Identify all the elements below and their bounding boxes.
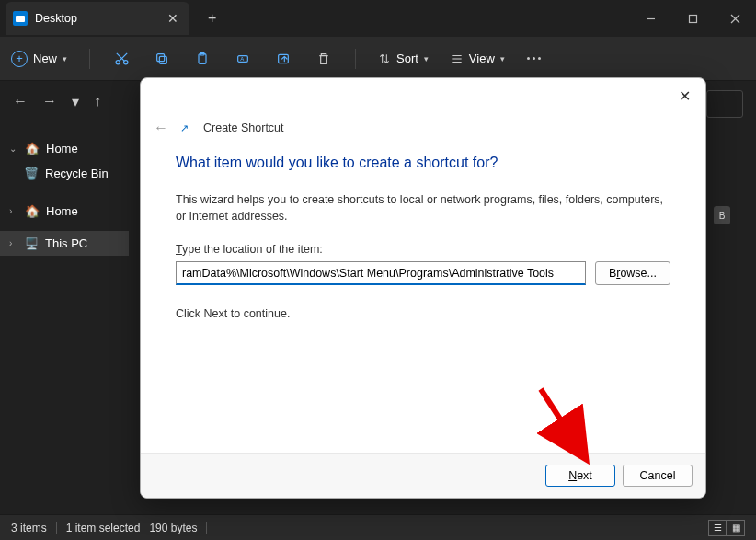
continue-text: Click Next to continue. xyxy=(176,307,670,320)
dialog-titlebar: ✕ xyxy=(141,78,705,120)
copy-icon[interactable] xyxy=(153,50,171,68)
status-divider xyxy=(56,522,57,534)
create-shortcut-dialog: ✕ ← ↗ Create Shortcut What item would yo… xyxy=(140,77,706,499)
status-divider xyxy=(206,522,207,534)
dialog-heading: What item would you like to create a sho… xyxy=(176,155,670,171)
svg-rect-9 xyxy=(157,53,165,61)
home-icon: 🏠 xyxy=(25,204,40,218)
sidebar-item-recycle-bin[interactable]: 🗑️ Recycle Bin xyxy=(0,161,129,186)
shortcut-icon: ↗ xyxy=(178,121,190,134)
new-button[interactable]: + New ▾ xyxy=(11,51,67,67)
dialog-body: What item would you like to create a sho… xyxy=(141,140,705,453)
dialog-description: This wizard helps you to create shortcut… xyxy=(176,191,670,224)
new-tab-button[interactable]: + xyxy=(208,10,216,27)
dialog-title: Create Shortcut xyxy=(203,121,284,134)
cancel-button[interactable]: Cancel xyxy=(623,465,693,487)
forward-button[interactable]: → xyxy=(42,93,57,109)
chevron-down-icon: ▾ xyxy=(500,54,505,63)
sort-label: Sort xyxy=(396,52,418,65)
history-dropdown[interactable]: ▾ xyxy=(72,93,79,110)
selection-size: 190 bytes xyxy=(149,522,197,534)
details-view-button[interactable]: ☰ xyxy=(708,520,727,536)
sidebar-item-home2[interactable]: › 🏠 Home xyxy=(0,199,129,224)
view-icon xyxy=(451,52,464,65)
sidebar-item-label: This PC xyxy=(45,236,87,250)
dialog-nav: ← ↗ Create Shortcut xyxy=(141,120,705,140)
back-button[interactable]: ← xyxy=(13,93,28,109)
dialog-back-button[interactable]: ← xyxy=(154,120,168,136)
home-icon: 🏠 xyxy=(25,142,40,155)
sidebar: ⌄ 🏠 Home 🗑️ Recycle Bin › 🏠 Home › 🖥️ Th… xyxy=(0,121,129,514)
toolbar-divider xyxy=(355,49,356,69)
chevron-down-icon: ▾ xyxy=(424,54,429,63)
toolbar-divider xyxy=(89,49,90,69)
size-suffix-badge: B xyxy=(714,206,730,224)
close-tab-icon[interactable]: ✕ xyxy=(167,11,178,26)
selection-count: 1 item selected xyxy=(66,522,141,534)
chevron-right-icon: › xyxy=(9,238,18,248)
more-button[interactable] xyxy=(527,57,541,60)
toolbar: + New ▾ A Sort ▾ View ▾ xyxy=(0,37,756,81)
close-window-button[interactable] xyxy=(714,0,756,37)
chevron-down-icon: ⌄ xyxy=(9,144,18,154)
chevron-down-icon: ▾ xyxy=(63,54,67,63)
share-icon[interactable] xyxy=(274,50,292,68)
desktop-icon xyxy=(13,11,28,26)
rename-icon[interactable]: A xyxy=(234,50,252,68)
view-label: View xyxy=(469,52,495,65)
recycle-bin-icon: 🗑️ xyxy=(24,167,39,180)
tab-title: Desktop xyxy=(35,12,160,25)
view-mode-toggle: ☰ ▦ xyxy=(708,520,745,536)
sidebar-item-label: Recycle Bin xyxy=(45,167,109,180)
cut-icon[interactable] xyxy=(112,50,131,68)
sidebar-item-this-pc[interactable]: › 🖥️ This PC xyxy=(0,231,129,256)
window-titlebar: Desktop ✕ + xyxy=(0,0,756,37)
sort-button[interactable]: Sort ▾ xyxy=(378,52,429,65)
view-button[interactable]: View ▾ xyxy=(451,52,505,65)
location-field-label: Type the location of the item: xyxy=(176,243,670,256)
sidebar-item-label: Home xyxy=(46,204,78,218)
chevron-right-icon: › xyxy=(9,206,18,216)
maximize-button[interactable] xyxy=(671,0,714,37)
plus-icon: + xyxy=(11,51,28,67)
window-controls xyxy=(629,0,756,37)
sidebar-item-home[interactable]: ⌄ 🏠 Home xyxy=(0,136,129,161)
new-label: New xyxy=(33,52,57,65)
svg-text:A: A xyxy=(240,56,244,62)
svg-rect-1 xyxy=(689,15,696,22)
paste-icon[interactable] xyxy=(193,50,212,68)
sort-icon xyxy=(378,52,391,65)
browse-button[interactable]: Browse... xyxy=(595,261,670,285)
tiles-view-button[interactable]: ▦ xyxy=(727,520,745,536)
item-count: 3 items xyxy=(11,522,47,534)
delete-icon[interactable] xyxy=(315,50,333,68)
location-field-row: Browse... xyxy=(176,261,670,285)
dialog-footer: Next Cancel xyxy=(141,453,705,498)
pc-icon: 🖥️ xyxy=(25,237,39,250)
minimize-button[interactable] xyxy=(629,0,671,37)
close-dialog-button[interactable]: ✕ xyxy=(673,86,696,107)
sidebar-item-label: Home xyxy=(46,142,78,155)
svg-rect-8 xyxy=(159,56,166,63)
next-button[interactable]: Next xyxy=(545,465,615,487)
location-input[interactable] xyxy=(176,261,586,285)
status-bar: 3 items 1 item selected 190 bytes ☰ ▦ xyxy=(0,514,756,540)
tab-desktop[interactable]: Desktop ✕ xyxy=(6,2,189,35)
up-button[interactable]: ↑ xyxy=(94,93,101,109)
search-box[interactable] xyxy=(706,90,743,118)
